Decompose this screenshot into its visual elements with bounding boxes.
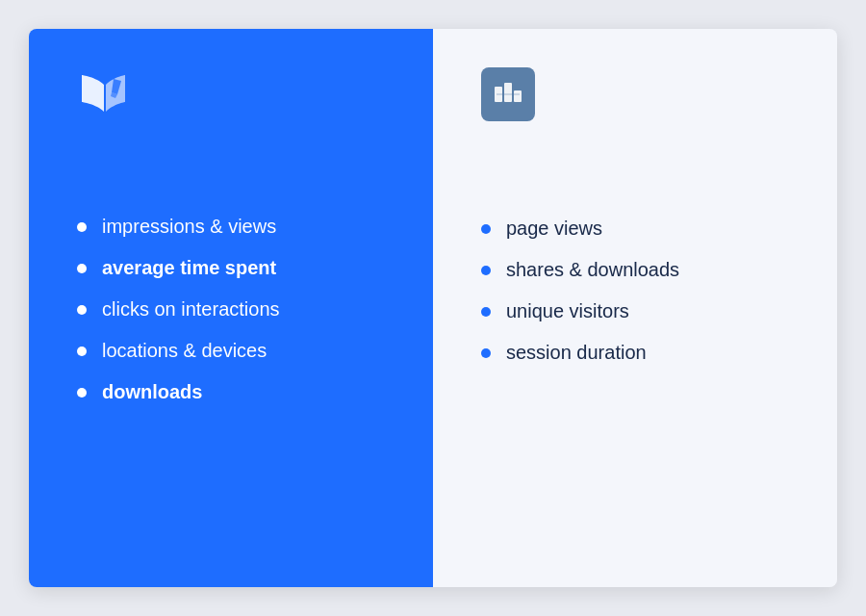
bullet-icon: [481, 266, 491, 275]
list-item: unique visitors: [481, 300, 789, 322]
list-item-text: page views: [506, 218, 602, 240]
list-item: average time spent: [77, 257, 385, 279]
list-item: clicks on interactions: [77, 298, 385, 321]
list-item-text: impressions & views: [102, 216, 276, 238]
left-logo: [77, 67, 385, 119]
bullet-icon: [77, 346, 87, 356]
svg-rect-2: [514, 90, 522, 102]
book-icon: [77, 67, 135, 116]
list-item-text: shares & downloads: [506, 259, 679, 281]
list-item: page views: [481, 218, 789, 240]
list-item: locations & devices: [77, 340, 385, 362]
bullet-icon: [77, 305, 87, 315]
bullet-icon: [77, 222, 87, 232]
bullet-icon: [481, 348, 491, 358]
right-logo-box: [481, 67, 535, 121]
left-panel: impressions & viewsaverage time spentcli…: [29, 29, 433, 587]
list-item: downloads: [77, 381, 385, 403]
list-item-text: clicks on interactions: [102, 298, 280, 321]
right-panel: page viewsshares & downloadsunique visit…: [433, 29, 837, 587]
list-item-text: downloads: [102, 381, 202, 403]
bullet-icon: [77, 388, 87, 398]
bullet-icon: [77, 264, 87, 273]
svg-rect-1: [504, 83, 512, 102]
card-container: impressions & viewsaverage time spentcli…: [29, 29, 837, 587]
list-item-text: unique visitors: [506, 300, 629, 322]
right-logo: [481, 67, 789, 121]
list-item: impressions & views: [77, 216, 385, 238]
left-list: impressions & viewsaverage time spentcli…: [77, 216, 385, 403]
list-item-text: session duration: [506, 342, 647, 364]
right-list: page viewsshares & downloadsunique visit…: [481, 218, 789, 364]
list-item-text: average time spent: [102, 257, 276, 279]
list-item-text: locations & devices: [102, 340, 267, 362]
list-item: shares & downloads: [481, 259, 789, 281]
list-item: session duration: [481, 342, 789, 364]
analytics-icon: [493, 79, 523, 110]
bullet-icon: [481, 307, 491, 317]
bullet-icon: [481, 224, 491, 234]
